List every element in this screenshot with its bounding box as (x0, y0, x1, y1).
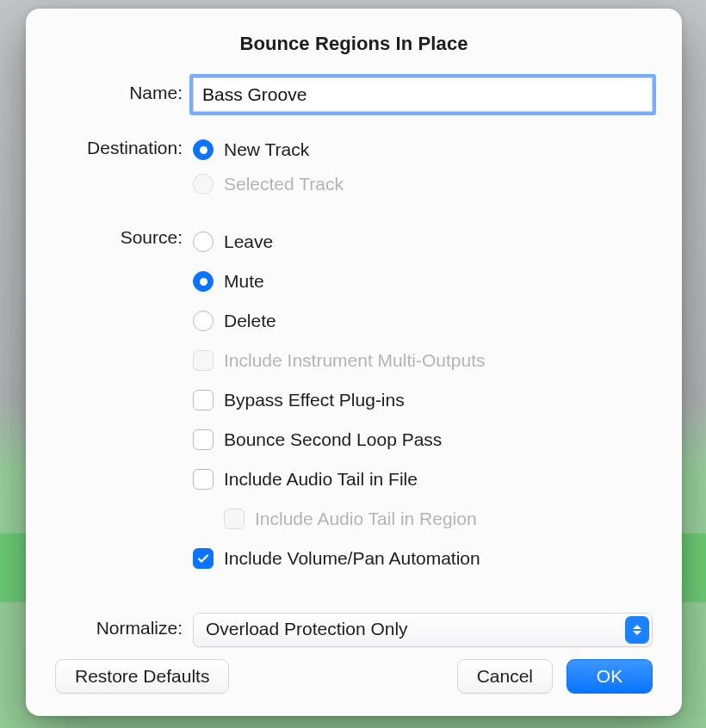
check-include-vol-pan-label: Include Volume/Pan Automation (224, 548, 480, 569)
checkbox-icon (193, 390, 214, 410)
source-leave[interactable]: Leave (193, 222, 653, 262)
destination-selected-track-label: Selected Track (224, 174, 344, 194)
source-label: Source: (55, 222, 183, 248)
bounce-dialog: Bounce Regions In Place Name: Destinatio… (26, 9, 682, 716)
normalize-select[interactable]: Overload Protection Only (193, 613, 653, 647)
name-row: Name: (55, 77, 653, 112)
source-row: Source: Leave Mute Delete Incl (55, 222, 653, 578)
check-include-tail-file-label: Include Audio Tail in File (224, 469, 418, 490)
check-bypass-effect-plugins-label: Bypass Effect Plug-ins (224, 390, 405, 410)
radio-icon (193, 174, 214, 194)
cancel-button[interactable]: Cancel (457, 659, 553, 694)
check-bypass-effect-plugins[interactable]: Bypass Effect Plug-ins (193, 380, 653, 420)
radio-icon (193, 311, 214, 331)
check-bounce-second-loop-label: Bounce Second Loop Pass (224, 429, 442, 450)
dialog-footer: Restore Defaults Cancel OK (55, 659, 653, 694)
check-include-tail-file[interactable]: Include Audio Tail in File (193, 460, 653, 499)
checkbox-icon (193, 469, 214, 490)
restore-defaults-button[interactable]: Restore Defaults (55, 659, 229, 694)
checkbox-icon (224, 509, 245, 529)
name-label: Name: (55, 77, 183, 103)
radio-icon (193, 139, 214, 160)
radio-icon (193, 271, 214, 292)
radio-icon (193, 231, 214, 252)
source-delete-label: Delete (224, 311, 276, 331)
destination-row: Destination: New Track Selected Track (55, 133, 653, 201)
source-mute-label: Mute (224, 271, 264, 292)
source-delete[interactable]: Delete (193, 301, 653, 341)
name-input[interactable] (193, 77, 653, 112)
check-include-tail-region-label: Include Audio Tail in Region (255, 509, 477, 529)
normalize-value: Overload Protection Only (193, 613, 653, 647)
destination-new-track[interactable]: New Track (193, 133, 653, 167)
destination-selected-track: Selected Track (193, 167, 653, 201)
checkbox-icon (193, 548, 214, 569)
destination-new-track-label: New Track (224, 139, 309, 160)
check-include-vol-pan[interactable]: Include Volume/Pan Automation (193, 539, 653, 578)
normalize-row: Normalize: Overload Protection Only (55, 613, 653, 647)
source-mute[interactable]: Mute (193, 262, 653, 301)
check-include-tail-region: Include Audio Tail in Region (193, 499, 653, 539)
normalize-label: Normalize: (55, 613, 183, 639)
chevron-updown-icon (625, 616, 649, 644)
check-bounce-second-loop[interactable]: Bounce Second Loop Pass (193, 420, 653, 460)
check-include-multi-outputs: Include Instrument Multi-Outputs (193, 341, 653, 380)
check-include-multi-outputs-label: Include Instrument Multi-Outputs (224, 350, 485, 371)
checkbox-icon (193, 350, 214, 371)
source-leave-label: Leave (224, 231, 273, 252)
checkbox-icon (193, 429, 214, 450)
dialog-title: Bounce Regions In Place (55, 33, 653, 55)
destination-label: Destination: (55, 133, 183, 158)
ok-button[interactable]: OK (567, 659, 653, 694)
